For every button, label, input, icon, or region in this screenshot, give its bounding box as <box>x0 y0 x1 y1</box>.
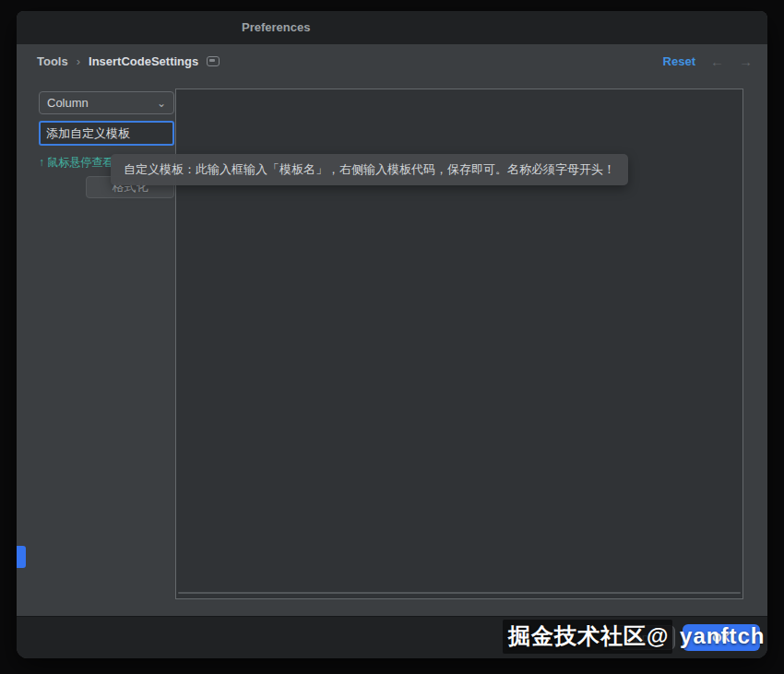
watermark-handle: yanftch <box>672 620 765 654</box>
left-edge-accent <box>17 546 26 568</box>
watermark: 掘金技术社区@ yanftch <box>503 621 765 651</box>
chevron-down-icon: ⌄ <box>157 99 166 108</box>
template-name-input[interactable] <box>39 121 174 146</box>
locate-icon[interactable] <box>207 56 220 66</box>
forward-arrow-icon[interactable]: → <box>739 53 753 69</box>
preferences-window: Preferences Tools › InsertCodeSettings R… <box>17 11 767 658</box>
tooltip: 自定义模板：此输入框输入「模板名」，右侧输入模板代码，保存即可。名称必须字母开头… <box>111 154 628 185</box>
breadcrumb: Tools › InsertCodeSettings <box>37 52 220 70</box>
reset-button[interactable]: Reset <box>663 54 695 68</box>
screen: Preferences Tools › InsertCodeSettings R… <box>0 0 784 674</box>
watermark-community: 掘金技术社区@ <box>503 620 672 654</box>
breadcrumb-page: InsertCodeSettings <box>89 54 198 68</box>
window-title: Preferences <box>242 20 310 34</box>
title-bar[interactable]: Preferences <box>17 11 767 44</box>
breadcrumb-section[interactable]: Tools <box>37 54 68 68</box>
template-type-value: Column <box>47 96 157 110</box>
header-actions: Reset ← → <box>663 52 753 70</box>
editor-scrollbar[interactable] <box>178 592 741 594</box>
breadcrumb-separator-icon: › <box>77 54 80 68</box>
template-type-select[interactable]: Column ⌄ <box>39 91 174 114</box>
back-arrow-icon[interactable]: ← <box>710 53 724 69</box>
hover-hint-label: ↑ 鼠标悬停查看 <box>39 155 113 171</box>
